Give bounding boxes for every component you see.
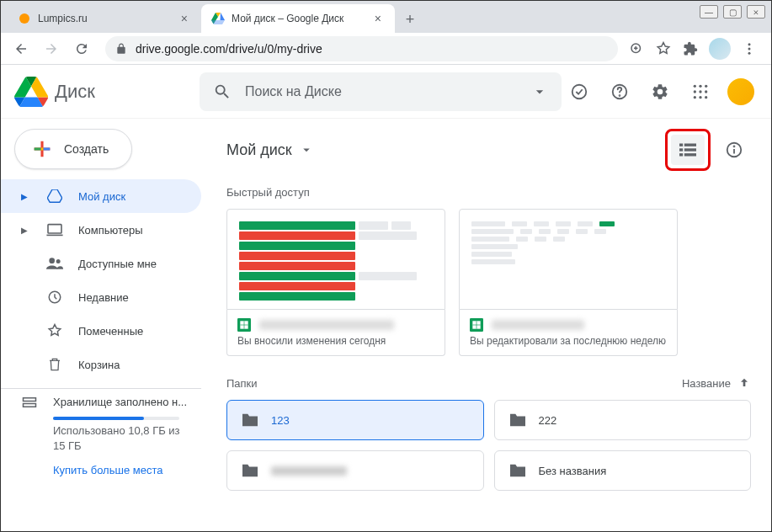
storage-usage-text: Использовано 10,8 ГБ из 15 ГБ [53, 423, 191, 454]
profile-avatar[interactable] [709, 38, 731, 60]
folders-title: Папки [226, 377, 258, 390]
sidebar: Создать ▶ Мой диск ▶ Компьютеры Доступны… [1, 119, 211, 532]
svg-rect-29 [684, 148, 696, 151]
quick-access-card[interactable]: Вы вносили изменения сегодня [226, 209, 445, 356]
zoom-icon[interactable] [628, 40, 645, 57]
info-button[interactable] [717, 133, 751, 167]
sort-button[interactable]: Название [682, 376, 751, 390]
drive-header: Диск Поиск на Диске [1, 65, 771, 119]
svg-point-22 [56, 259, 61, 263]
tab-close-icon[interactable]: × [371, 10, 385, 27]
folder-icon [508, 463, 527, 478]
folder-name: Без названия [539, 465, 607, 477]
buy-storage-link[interactable]: Купить больше места [53, 464, 191, 476]
file-name [492, 320, 584, 330]
help-icon[interactable] [603, 75, 636, 109]
sidebar-item-recent[interactable]: Недавние [1, 280, 201, 314]
storage-section: Хранилище заполнено н... Использовано 10… [1, 388, 201, 476]
svg-point-17 [699, 96, 701, 98]
tab-close-icon[interactable]: × [178, 10, 191, 27]
forward-button[interactable] [38, 35, 65, 62]
svg-point-12 [705, 84, 707, 87]
computers-icon [46, 223, 63, 237]
svg-rect-24 [24, 397, 36, 401]
sidebar-item-storage[interactable]: Хранилище заполнено н... [21, 396, 191, 408]
search-icon [213, 82, 232, 101]
tab-strip: Lumpics.ru × Мой диск – Google Диск × + [1, 1, 771, 33]
folder-icon [508, 412, 527, 428]
drive-logo[interactable]: Диск [14, 77, 200, 107]
storage-meter [53, 417, 179, 420]
sidebar-item-label: Корзина [78, 359, 120, 371]
url-input[interactable]: drive.google.com/drive/u/0/my-drive [105, 36, 618, 61]
apps-icon[interactable] [684, 75, 717, 109]
svg-point-6 [748, 51, 751, 54]
folder-name: 222 [539, 414, 557, 427]
svg-point-16 [694, 96, 696, 98]
bookmark-icon[interactable] [655, 40, 672, 57]
browser-tab-active[interactable]: Мой диск – Google Диск × [201, 4, 395, 33]
chevron-right-icon: ▶ [21, 192, 31, 201]
window-maximize-button[interactable]: ▢ [723, 5, 742, 19]
window-close-button[interactable]: ⨉ [747, 5, 765, 19]
quick-access-card[interactable]: Вы редактировали за последнюю неделю [459, 209, 678, 356]
folder-card[interactable]: Без названия [494, 450, 752, 491]
ready-offline-icon[interactable] [562, 75, 596, 109]
file-subtitle: Вы вносили изменения сегодня [237, 335, 434, 347]
sidebar-item-shared[interactable]: Доступные мне [1, 247, 201, 280]
create-label: Создать [64, 142, 109, 156]
tab-title: Lumpics.ru [38, 13, 88, 24]
window-minimize-button[interactable]: — [700, 5, 718, 19]
file-subtitle: Вы редактировали за последнюю неделю [470, 335, 667, 347]
svg-point-15 [705, 90, 707, 93]
sidebar-item-computers[interactable]: ▶ Компьютеры [1, 213, 201, 247]
sidebar-item-my-drive[interactable]: ▶ Мой диск [1, 179, 201, 213]
sheets-icon [237, 318, 251, 332]
svg-point-5 [748, 47, 751, 50]
svg-point-34 [734, 146, 735, 146]
drive-logo-icon [14, 77, 48, 107]
search-options-icon[interactable] [531, 83, 548, 100]
svg-rect-27 [684, 144, 696, 146]
folder-card[interactable] [226, 450, 484, 491]
account-avatar[interactable] [724, 75, 758, 109]
extensions-icon[interactable] [682, 40, 699, 57]
search-input[interactable]: Поиск на Диске [200, 72, 562, 111]
svg-point-9 [620, 95, 620, 96]
svg-rect-31 [684, 153, 696, 156]
svg-point-0 [19, 13, 29, 24]
file-preview [459, 209, 678, 310]
breadcrumb-label: Мой диск [226, 141, 292, 159]
sidebar-item-label: Недавние [78, 291, 129, 304]
plus-icon [30, 137, 54, 161]
reload-button[interactable] [68, 35, 95, 62]
quick-access-title: Быстрый доступ [226, 186, 751, 199]
svg-point-18 [705, 96, 707, 98]
create-button[interactable]: Создать [14, 129, 132, 169]
drive-brand-text: Диск [55, 81, 95, 103]
tab-favicon-icon [18, 12, 31, 25]
folder-card[interactable]: 123 [226, 400, 484, 440]
new-tab-button[interactable]: + [398, 8, 422, 31]
folder-icon [241, 463, 259, 478]
back-button[interactable] [8, 35, 35, 62]
search-placeholder: Поиск на Диске [245, 84, 342, 99]
svg-rect-28 [679, 148, 683, 151]
browser-tab[interactable]: Lumpics.ru × [8, 4, 201, 33]
svg-point-13 [694, 90, 696, 93]
folder-icon [241, 412, 259, 428]
arrow-up-icon [737, 376, 751, 390]
breadcrumb[interactable]: Мой диск [226, 141, 314, 159]
sidebar-item-trash[interactable]: Корзина [1, 348, 201, 381]
folder-name: 123 [271, 414, 290, 427]
sidebar-item-label: Помеченные [78, 325, 143, 338]
browser-menu-icon[interactable] [741, 40, 758, 57]
list-view-button[interactable] [671, 135, 705, 165]
settings-icon[interactable] [643, 75, 677, 109]
folder-card[interactable]: 222 [494, 400, 752, 440]
storage-title: Хранилище заполнено н... [53, 396, 187, 408]
sort-label: Название [682, 377, 731, 390]
sidebar-item-starred[interactable]: Помеченные [1, 314, 201, 348]
shared-icon [46, 258, 63, 269]
sidebar-item-label: Доступные мне [78, 258, 157, 270]
